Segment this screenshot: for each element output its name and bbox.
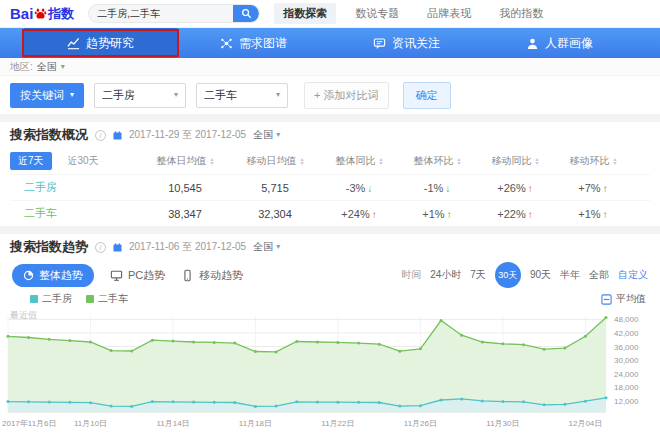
svg-text:24,000: 24,000: [614, 370, 639, 379]
keyword-mode-button[interactable]: 按关键词 ▾: [10, 83, 84, 108]
subnav-item-label: 资讯关注: [392, 35, 440, 52]
subnav-item-trend[interactable]: 趋势研究: [24, 28, 177, 58]
view-tab-label: 整体趋势: [39, 268, 83, 283]
row-change: +22%↑: [476, 208, 554, 220]
time-range-option[interactable]: 30天: [495, 262, 521, 288]
baidu-index-page: Bai 指数 指数探索数说专题品牌表现我的指数 趋势研究需求图谱资讯关注人群画像…: [0, 0, 660, 438]
chart-legend: 二手房二手车: [30, 292, 128, 306]
svg-text:11月10日: 11月10日: [74, 419, 107, 428]
chevron-down-icon: ▾: [70, 91, 74, 99]
average-toggle[interactable]: 平均值: [601, 292, 646, 306]
arrow-up-icon: ↑: [447, 209, 452, 220]
arrow-up-icon: ↑: [528, 209, 533, 220]
column-header[interactable]: 移动同比▴▾: [476, 154, 554, 168]
confirm-button[interactable]: 确定: [403, 82, 451, 109]
column-header[interactable]: 整体环比▴▾: [398, 154, 476, 168]
svg-text:42,000: 42,000: [614, 329, 639, 338]
overall-icon: [23, 270, 34, 281]
view-tabs: 整体趋势PC趋势移动趋势: [12, 264, 243, 287]
baidu-index-logo[interactable]: Bai 指数: [10, 5, 74, 23]
trend-region-label: 全国: [253, 240, 273, 254]
view-tab[interactable]: PC趋势: [110, 268, 165, 283]
range-tab[interactable]: 近7天: [10, 152, 52, 170]
time-range-option[interactable]: 7天: [470, 268, 486, 282]
time-label: 时间: [401, 268, 421, 282]
logo-suffix: 指数: [48, 5, 74, 23]
range-tab[interactable]: 近30天: [60, 152, 107, 170]
view-tab-label: 移动趋势: [199, 268, 243, 283]
keyword-input[interactable]: 二手车▾: [196, 83, 288, 108]
network-icon: [220, 37, 233, 50]
row-keyword[interactable]: 二手房: [10, 180, 140, 195]
time-range-option[interactable]: 全部: [589, 268, 609, 282]
add-compare-button[interactable]: + 添加对比词: [304, 82, 388, 109]
average-icon: [601, 294, 612, 305]
row-value: 5,715: [230, 182, 320, 194]
svg-text:11月18日: 11月18日: [239, 419, 272, 428]
column-header[interactable]: 移动环比▴▾: [554, 154, 632, 168]
section-divider: [0, 114, 660, 122]
column-header[interactable]: 移动日均值▴▾: [230, 154, 320, 168]
table-row: 二手房10,5455,715-3%↓-1%↓+26%↑+7%↑: [10, 174, 650, 200]
overview-columns: 整体日均值▴▾移动日均值▴▾整体同比▴▾整体环比▴▾移动同比▴▾移动环比▴▾: [140, 154, 632, 168]
svg-text:11月22日: 11月22日: [321, 419, 354, 428]
top-nav-item[interactable]: 品牌表现: [418, 3, 480, 24]
arrow-up-icon: ↑: [372, 209, 377, 220]
view-tab[interactable]: 整体趋势: [12, 264, 94, 287]
legend-swatch: [86, 295, 94, 303]
arrow-up-icon: ↑: [528, 183, 533, 194]
time-range-option[interactable]: 90天: [530, 268, 551, 282]
row-change: +1%↑: [398, 208, 476, 220]
svg-text:30,000: 30,000: [614, 356, 639, 365]
keyword-input[interactable]: 二手房▾: [94, 83, 186, 108]
sub-nav: 趋势研究需求图谱资讯关注人群画像: [0, 28, 660, 58]
time-range-option[interactable]: 24小时: [430, 268, 461, 282]
svg-text:11月26日: 11月26日: [404, 419, 437, 428]
sort-icon: ▴▾: [210, 157, 213, 165]
region-bar: 地区: 全国 ▾: [0, 58, 660, 76]
legend-item[interactable]: 二手车: [86, 292, 128, 306]
trend-date-range: 2017-11-06 至 2017-12-05: [129, 240, 246, 254]
top-nav-item[interactable]: 指数探索: [274, 3, 336, 24]
row-keyword[interactable]: 二手车: [10, 206, 140, 221]
chevron-down-icon: ▾: [276, 131, 280, 139]
keyword-mode-label: 按关键词: [20, 88, 64, 103]
subnav-item-people[interactable]: 人群画像: [483, 28, 636, 58]
svg-text:11月14日: 11月14日: [156, 419, 189, 428]
search-button[interactable]: [233, 4, 259, 23]
info-icon[interactable]: i: [95, 242, 106, 253]
arrow-down-icon: ↓: [445, 183, 450, 194]
paw-icon: [34, 7, 47, 20]
svg-text:18,000: 18,000: [614, 383, 639, 392]
subnav-item-label: 需求图谱: [239, 35, 287, 52]
info-icon[interactable]: i: [95, 130, 106, 141]
svg-text:12月04日: 12月04日: [569, 419, 603, 428]
trend-chart[interactable]: 48,00042,00036,00030,00024,00018,00012,0…: [0, 308, 660, 438]
legend-item[interactable]: 二手房: [30, 292, 72, 306]
view-tab[interactable]: 移动趋势: [181, 268, 243, 283]
overview-region-select[interactable]: 全国 ▾: [253, 128, 280, 142]
time-range-bar: 时间 24小时7天30天90天半年全部自定义: [401, 262, 648, 288]
subnav-item-news[interactable]: 资讯关注: [330, 28, 483, 58]
chevron-down-icon: ▾: [61, 63, 65, 71]
trend-chart-area: 最近值 48,00042,00036,00030,00024,00018,000…: [0, 308, 660, 438]
top-nav-item[interactable]: 我的指数: [490, 3, 552, 24]
calendar-icon: [113, 243, 122, 252]
sort-icon: ▴▾: [379, 157, 382, 165]
region-value[interactable]: 全国: [37, 60, 57, 74]
chart-legend-row: 二手房二手车 平均值: [0, 290, 660, 308]
svg-text:12,000: 12,000: [614, 397, 639, 406]
chart-hint-label: 最近值: [10, 309, 37, 322]
row-value: 38,347: [140, 208, 230, 220]
time-range-option[interactable]: 自定义: [618, 268, 648, 282]
trend-region-select[interactable]: 全国 ▾: [253, 240, 280, 254]
overview-table: 近7天近30天 整体日均值▴▾移动日均值▴▾整体同比▴▾整体环比▴▾移动同比▴▾…: [0, 148, 660, 226]
column-label: 整体日均值: [156, 154, 206, 168]
column-header[interactable]: 整体日均值▴▾: [140, 154, 230, 168]
range-tabs: 近7天近30天: [10, 152, 140, 170]
column-header[interactable]: 整体同比▴▾: [320, 154, 398, 168]
search-input[interactable]: [89, 8, 233, 19]
top-nav-item[interactable]: 数说专题: [346, 3, 408, 24]
time-range-option[interactable]: 半年: [560, 268, 580, 282]
subnav-item-network[interactable]: 需求图谱: [177, 28, 330, 58]
